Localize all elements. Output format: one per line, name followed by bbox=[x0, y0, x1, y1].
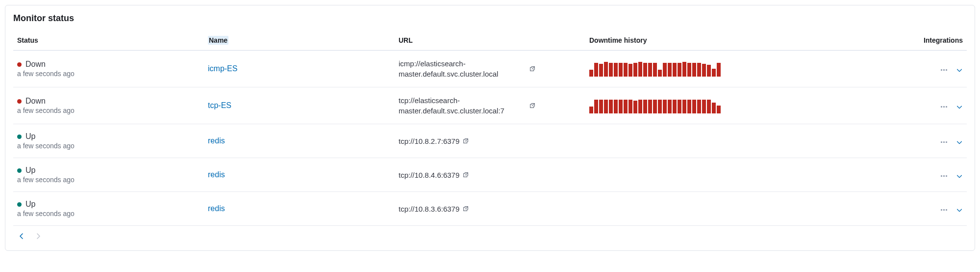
pagination bbox=[13, 226, 967, 243]
downtime-bar bbox=[717, 63, 721, 77]
status-time: a few seconds ago bbox=[17, 142, 200, 150]
downtime-cell bbox=[585, 158, 872, 192]
downtime-cell bbox=[585, 124, 872, 158]
status-cell: Upa few seconds ago bbox=[13, 158, 204, 192]
expand-row-button[interactable] bbox=[956, 67, 963, 74]
table-row: Upa few seconds agoredistcp://10.8.3.6:6… bbox=[13, 192, 967, 226]
status-wrap: Upa few seconds ago bbox=[17, 200, 200, 218]
downtime-bar bbox=[624, 100, 628, 113]
downtime-bar bbox=[589, 107, 593, 113]
more-actions-icon[interactable] bbox=[941, 69, 947, 71]
monitor-name-link[interactable]: icmp-ES bbox=[208, 64, 237, 73]
downtime-bar bbox=[609, 100, 613, 113]
downtime-bar bbox=[658, 100, 662, 113]
status-time: a few seconds ago bbox=[17, 107, 200, 114]
th-status[interactable]: Status bbox=[13, 31, 204, 51]
downtime-bar bbox=[648, 63, 652, 77]
th-downtime[interactable]: Downtime history bbox=[585, 31, 872, 51]
monitor-name-link[interactable]: redis bbox=[208, 170, 225, 179]
downtime-bar bbox=[604, 62, 608, 77]
downtime-bar bbox=[712, 69, 716, 77]
downtime-bar bbox=[589, 70, 593, 77]
downtime-chart bbox=[589, 98, 868, 113]
integrations-actions bbox=[941, 104, 963, 110]
th-integrations[interactable]: Integrations bbox=[872, 31, 967, 51]
downtime-bar bbox=[653, 100, 657, 113]
status-text: Down bbox=[25, 97, 46, 106]
more-actions-icon[interactable] bbox=[941, 141, 947, 143]
downtime-bar bbox=[692, 63, 696, 77]
downtime-bar bbox=[604, 100, 608, 113]
status-cell: Upa few seconds ago bbox=[13, 192, 204, 226]
url-text: tcp://10.8.2.7:6379 bbox=[399, 136, 459, 146]
external-link-icon[interactable] bbox=[529, 102, 536, 109]
status-line: Up bbox=[17, 166, 200, 175]
downtime-cell bbox=[585, 51, 872, 87]
table-row: Downa few seconds agoicmp-ESicmp://elast… bbox=[13, 51, 967, 87]
th-integrations-label: Integrations bbox=[924, 36, 963, 44]
status-dot-up-icon bbox=[17, 202, 22, 207]
status-dot-down-icon bbox=[17, 62, 22, 67]
status-line: Up bbox=[17, 200, 200, 209]
downtime-bar bbox=[633, 101, 637, 113]
url-cell: tcp://10.8.4.6:6379 bbox=[395, 158, 585, 192]
pagination-next-button[interactable] bbox=[34, 232, 43, 241]
downtime-bar bbox=[712, 103, 716, 113]
external-link-icon[interactable] bbox=[529, 65, 536, 72]
downtime-bar bbox=[594, 100, 598, 113]
table-header-row: Status Name URL Downtime history Integra… bbox=[13, 31, 967, 51]
status-dot-up-icon bbox=[17, 168, 22, 173]
downtime-bar bbox=[653, 63, 657, 77]
downtime-bar bbox=[668, 63, 672, 77]
monitor-name-link[interactable]: redis bbox=[208, 204, 225, 213]
status-line: Down bbox=[17, 97, 200, 106]
pagination-prev-button[interactable] bbox=[17, 232, 26, 241]
integrations-cell bbox=[872, 87, 967, 124]
name-cell: tcp-ES bbox=[204, 87, 395, 124]
downtime-bar bbox=[682, 100, 686, 113]
url-cell: tcp://elasticsearch-master.default.svc.c… bbox=[395, 87, 585, 124]
external-link-icon[interactable] bbox=[462, 205, 469, 212]
url-wrap: tcp://10.8.2.7:6379 bbox=[399, 136, 536, 146]
more-actions-icon[interactable] bbox=[941, 106, 947, 108]
th-url[interactable]: URL bbox=[395, 31, 585, 51]
downtime-bar bbox=[673, 100, 677, 113]
downtime-bar bbox=[678, 63, 681, 77]
table-row: Upa few seconds agoredistcp://10.8.4.6:6… bbox=[13, 158, 967, 192]
more-actions-icon[interactable] bbox=[941, 209, 947, 211]
status-line: Up bbox=[17, 132, 200, 141]
status-dot-down-icon bbox=[17, 99, 22, 104]
downtime-bar bbox=[619, 100, 623, 113]
status-wrap: Downa few seconds ago bbox=[17, 97, 200, 114]
external-link-icon[interactable] bbox=[462, 171, 469, 178]
integrations-cell bbox=[872, 192, 967, 226]
downtime-bar bbox=[663, 100, 667, 113]
downtime-bar bbox=[702, 64, 706, 77]
more-actions-icon[interactable] bbox=[941, 175, 947, 177]
downtime-bar bbox=[692, 100, 696, 113]
downtime-bar bbox=[643, 100, 647, 113]
downtime-cell bbox=[585, 87, 872, 124]
url-text: tcp://10.8.3.6:6379 bbox=[399, 204, 459, 214]
expand-row-button[interactable] bbox=[956, 139, 963, 146]
downtime-bar bbox=[624, 63, 628, 77]
downtime-bar bbox=[682, 62, 686, 77]
th-name[interactable]: Name bbox=[204, 31, 395, 51]
monitor-name-link[interactable]: tcp-ES bbox=[208, 101, 231, 109]
integrations-actions bbox=[941, 173, 963, 180]
external-link-icon[interactable] bbox=[462, 137, 469, 144]
expand-row-button[interactable] bbox=[956, 173, 963, 180]
expand-row-button[interactable] bbox=[956, 104, 963, 110]
downtime-bar bbox=[638, 100, 642, 113]
downtime-bar bbox=[643, 63, 647, 77]
downtime-bar bbox=[599, 100, 603, 113]
downtime-bar bbox=[678, 100, 681, 113]
integrations-actions bbox=[941, 139, 963, 146]
url-cell: icmp://elasticsearch-master.default.svc.… bbox=[395, 51, 585, 87]
expand-row-button[interactable] bbox=[956, 207, 963, 214]
downtime-bar bbox=[658, 70, 662, 77]
downtime-bar bbox=[702, 100, 706, 113]
downtime-bar bbox=[628, 64, 632, 77]
monitor-name-link[interactable]: redis bbox=[208, 136, 225, 145]
downtime-bar bbox=[609, 63, 613, 77]
